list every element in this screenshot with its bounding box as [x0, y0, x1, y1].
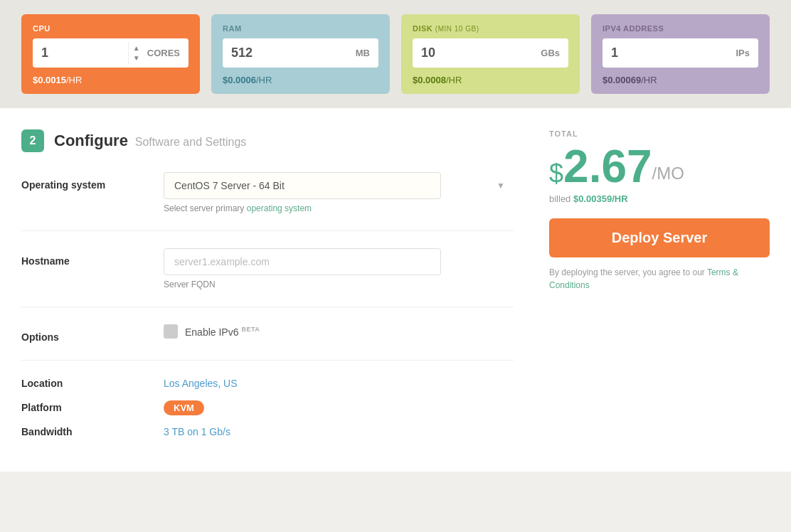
ram-unit: MB: [353, 48, 378, 58]
location-value: Los Angeles, US: [164, 378, 238, 389]
section-title-sub: Software and Settings: [135, 136, 247, 148]
ipv6-checkbox[interactable]: [164, 324, 178, 339]
ipv4-input-row[interactable]: IPs: [602, 38, 758, 68]
disk-unit: GBs: [538, 48, 568, 58]
bandwidth-row: Bandwidth 3 TB on 1 Gb/s: [21, 426, 514, 437]
cpu-label: CPU: [33, 24, 189, 33]
os-hint-static: Select server primary: [164, 203, 247, 213]
disk-per-hr: /HR: [446, 75, 462, 85]
section-header: 2 Configure Software and Settings: [21, 129, 514, 152]
ram-input-row[interactable]: MB: [223, 38, 378, 68]
hostname-label: Hostname: [21, 248, 164, 267]
chevron-down-icon: ▼: [497, 181, 505, 191]
platform-value: KVM: [164, 402, 204, 413]
hostname-field: Server FQDN: [164, 248, 514, 289]
hostname-hint: Server FQDN: [164, 280, 514, 289]
options-label: Options: [21, 324, 164, 343]
ipv6-checkbox-row: Enable IPv6 BETA: [164, 324, 514, 339]
os-hint: Select server primary operating system: [164, 203, 514, 213]
options-field: Enable IPv6 BETA: [164, 324, 514, 343]
ipv4-label: IPV4 ADDRESS: [602, 24, 758, 33]
section-title-main: Configure: [54, 132, 128, 149]
ipv4-per-hr: /HR: [641, 75, 657, 85]
location-row: Location Los Angeles, US: [21, 378, 514, 389]
beta-badge: BETA: [241, 326, 260, 333]
hostname-row: Hostname Server FQDN: [21, 248, 514, 307]
billed-per-hr: /HR: [612, 193, 627, 204]
billed-amount: $0.00359: [573, 193, 612, 204]
ram-card: RAM MB $0.0006/HR: [211, 14, 390, 94]
total-amount: 2.67: [563, 144, 652, 189]
cpu-down-icon[interactable]: ▼: [133, 53, 140, 63]
bandwidth-value: 3 TB on 1 Gb/s: [164, 426, 230, 437]
disk-input[interactable]: [413, 38, 538, 68]
bandwidth-label: Bandwidth: [21, 426, 164, 437]
billed-hr-row: billed $0.00359/HR: [549, 193, 770, 204]
ipv4-input[interactable]: [602, 38, 733, 68]
step-badge: 2: [21, 129, 44, 152]
deploy-server-button[interactable]: Deploy Server: [549, 218, 770, 257]
section-title: Configure Software and Settings: [54, 132, 246, 150]
disk-min-note: (MIN 10 GB): [435, 25, 479, 33]
ram-input[interactable]: [223, 38, 353, 68]
right-panel: TOTAL $ 2.67 /MO billed $0.00359/HR Depl…: [535, 129, 770, 450]
total-price-row: $ 2.67 /MO: [549, 144, 770, 189]
os-hint-link[interactable]: operating system: [247, 203, 312, 213]
os-select-wrapper[interactable]: CentOS 7 Server - 64 Bit Ubuntu 20.04 - …: [164, 172, 514, 199]
cpu-per-hr: /HR: [66, 75, 82, 85]
disk-price: $0.0008/HR: [413, 75, 568, 85]
terms-prefix: By deploying the server, you agree to ou…: [549, 267, 707, 277]
cpu-input-row[interactable]: ▲ ▼ CORES: [33, 38, 189, 68]
cpu-stepper[interactable]: ▲ ▼: [128, 42, 144, 65]
resource-bar: CPU ▲ ▼ CORES $0.0015/HR RAM MB $0.0006/…: [0, 0, 791, 108]
ram-price-val: $0.0006: [223, 75, 256, 85]
ram-per-hr: /HR: [256, 75, 272, 85]
ipv4-unit: IPs: [733, 48, 758, 58]
billed-prefix: billed: [549, 193, 573, 204]
cpu-up-icon[interactable]: ▲: [133, 43, 140, 53]
ipv6-label: Enable IPv6 BETA: [185, 326, 260, 338]
cpu-card: CPU ▲ ▼ CORES $0.0015/HR: [21, 14, 200, 94]
cpu-price-val: $0.0015: [33, 75, 66, 85]
disk-card: DISK (MIN 10 GB) GBs $0.0008/HR: [401, 14, 580, 94]
main-content: 2 Configure Software and Settings Operat…: [0, 108, 791, 472]
ram-price: $0.0006/HR: [223, 75, 378, 85]
disk-input-row[interactable]: GBs: [413, 38, 568, 68]
ipv4-price: $0.00069/HR: [602, 75, 758, 85]
ipv4-price-val: $0.00069: [602, 75, 641, 85]
platform-label: Platform: [21, 402, 164, 413]
options-row: Options Enable IPv6 BETA: [21, 324, 514, 361]
ram-label: RAM: [223, 24, 378, 33]
os-label: Operating system: [21, 172, 164, 191]
cpu-input[interactable]: [33, 38, 128, 68]
ipv4-card: IPV4 ADDRESS IPs $0.00069/HR: [591, 14, 770, 94]
disk-price-val: $0.0008: [413, 75, 446, 85]
terms-text: By deploying the server, you agree to ou…: [549, 266, 770, 292]
os-row: Operating system CentOS 7 Server - 64 Bi…: [21, 172, 514, 231]
total-dollar-sign: $: [549, 159, 563, 188]
hostname-input[interactable]: [164, 248, 441, 275]
left-panel: 2 Configure Software and Settings Operat…: [21, 129, 514, 450]
disk-label: DISK (MIN 10 GB): [413, 24, 568, 33]
os-field: CentOS 7 Server - 64 Bit Ubuntu 20.04 - …: [164, 172, 514, 213]
platform-row: Platform KVM: [21, 402, 514, 413]
total-per-mo: /MO: [652, 164, 684, 189]
cpu-unit: CORES: [144, 48, 189, 58]
total-label: TOTAL: [549, 129, 770, 138]
os-select[interactable]: CentOS 7 Server - 64 Bit Ubuntu 20.04 - …: [164, 172, 441, 199]
cpu-price: $0.0015/HR: [33, 75, 189, 85]
location-label: Location: [21, 378, 164, 389]
